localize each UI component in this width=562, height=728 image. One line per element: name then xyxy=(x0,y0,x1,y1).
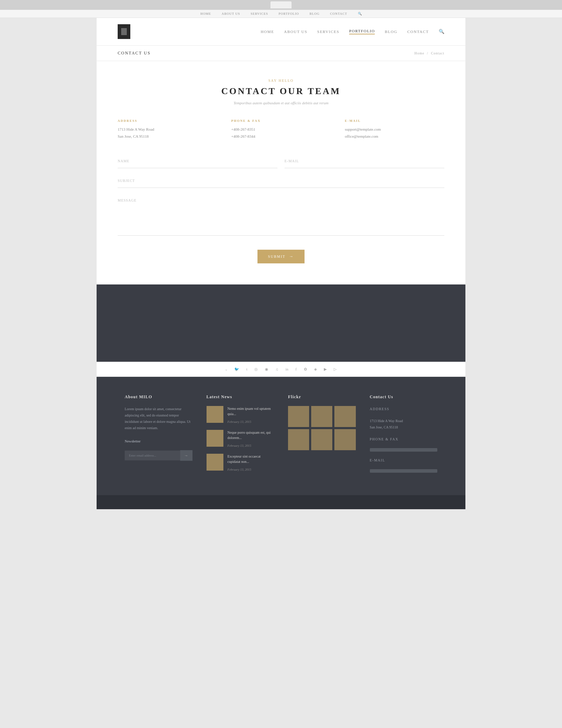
footer-news-title: Latest News xyxy=(207,394,274,400)
logo-inner xyxy=(121,28,127,35)
site-logo[interactable] xyxy=(118,24,130,39)
footer-address-info: 1713 Hide A Way Road San Jose, CA 95118 xyxy=(370,418,438,431)
social-flickr[interactable]: ✿ xyxy=(304,367,307,372)
news-title-1: Nemo enim ipsam vol uptatem quia... xyxy=(228,406,274,417)
contact-section: SAY HELLO CONTACT OUR TEAM Temporibus au… xyxy=(97,61,465,284)
mini-nav-home[interactable]: HOME xyxy=(200,12,211,15)
flickr-thumb-2[interactable] xyxy=(311,406,332,427)
newsletter-input[interactable] xyxy=(125,451,180,460)
phone2: +408-267-8344 xyxy=(231,133,331,140)
flickr-thumb-3[interactable] xyxy=(334,406,355,427)
flickr-thumb-4[interactable] xyxy=(288,429,309,450)
email-input[interactable] xyxy=(285,154,444,168)
top-mini-nav: HOME ABOUT US SERVICES PORTFOLIO BLOG CO… xyxy=(0,10,562,18)
main-container: HOME ABOUT US SERVICES PORTFOLIO BLOG CO… xyxy=(97,18,465,509)
breadcrumb-sep: / xyxy=(427,51,429,55)
contact-subtitle: Temporibus autem quibusdam et aut offici… xyxy=(118,101,444,105)
address-column: ADDRESS 1713 Hide A Way Road San Jose, C… xyxy=(118,119,217,140)
address-line2: San Jose, CA 95118 xyxy=(118,133,217,140)
mini-search-icon[interactable]: 🔍 xyxy=(358,12,362,15)
footer-address-label: ADDRESS xyxy=(370,406,438,412)
submit-label: SUBMIT xyxy=(268,255,286,258)
news-title-2: Neque porro quisquam est, qui dolorem... xyxy=(228,430,274,440)
newsletter-label: Newsletter xyxy=(125,438,192,445)
dark-section: ᵥ 🐦 t ◎ ◉ ♫ in f ✿ ◈ ▶ ▷ About MILO Lore… xyxy=(97,284,465,509)
browser-bar xyxy=(0,0,562,10)
social-soundcloud[interactable]: ♫ xyxy=(275,367,278,371)
mini-nav-portfolio[interactable]: PORTFOLIO xyxy=(279,12,299,15)
nav-services[interactable]: SERVICES xyxy=(317,29,339,34)
nav-portfolio[interactable]: PORTFOLIO xyxy=(349,29,375,34)
flickr-thumb-1[interactable] xyxy=(288,406,309,427)
subject-input[interactable] xyxy=(118,174,444,188)
search-icon[interactable]: 🔍 xyxy=(439,29,444,34)
footer-bottom-bar xyxy=(97,495,465,509)
news-text-2: Neque porro quisquam est, qui dolorem...… xyxy=(228,430,274,448)
message-textarea[interactable] xyxy=(118,194,444,236)
info-columns: ADDRESS 1713 Hide A Way Road San Jose, C… xyxy=(118,119,444,140)
nav-blog[interactable]: BLOG xyxy=(385,29,397,34)
news-thumb-1 xyxy=(207,406,223,423)
social-vimeo[interactable]: ᵥ xyxy=(226,367,227,372)
submit-row: SUBMIT → xyxy=(118,250,444,263)
news-item-1: Nemo enim ipsam vol uptatem quia... Febr… xyxy=(207,406,274,424)
social-pinterest[interactable]: ◉ xyxy=(265,367,268,372)
page-title-bar: CONTACT US Home / Contact xyxy=(97,46,465,61)
main-navigation: HOME ABOUT US SERVICES PORTFOLIO BLOG CO… xyxy=(261,29,444,34)
social-facebook[interactable]: f xyxy=(295,367,297,371)
nav-home[interactable]: HOME xyxy=(261,29,274,34)
news-item-3: Excepteur sint occaecat cupidatat non...… xyxy=(207,454,274,472)
flickr-thumb-5[interactable] xyxy=(311,429,332,450)
footer-about-title: About MILO xyxy=(125,394,192,400)
name-input[interactable] xyxy=(118,154,277,168)
footer-about-col: About MILO Lorem ipsum dolor sit amet, c… xyxy=(125,394,192,478)
address-line1: 1713 Hide A Way Road xyxy=(118,126,217,133)
phone1: +408-267-8351 xyxy=(231,126,331,133)
footer-email-label: E-MAIL xyxy=(370,457,438,464)
flickr-grid xyxy=(288,406,356,450)
email2[interactable]: office@template.com xyxy=(345,133,444,140)
newsletter-section: Newsletter → xyxy=(125,438,192,461)
news-date-3: February 13, 2015 xyxy=(228,468,251,471)
footer-content: About MILO Lorem ipsum dolor sit amet, c… xyxy=(97,377,465,495)
news-item-2: Neque porro quisquam est, qui dolorem...… xyxy=(207,430,274,448)
browser-tab[interactable] xyxy=(270,1,292,8)
social-deviant[interactable]: ◈ xyxy=(314,367,317,372)
email-label: E-MAIL xyxy=(345,119,444,123)
say-hello-label: SAY HELLO xyxy=(118,79,444,83)
nav-about[interactable]: ABOUT US xyxy=(284,29,308,34)
email-column: E-MAIL support@template.com office@templ… xyxy=(345,119,444,140)
breadcrumb-current: Contact xyxy=(431,51,444,55)
contact-form: SUBMIT → xyxy=(118,154,444,263)
mini-nav-about[interactable]: ABOUT US xyxy=(222,12,240,15)
submit-button[interactable]: SUBMIT → xyxy=(257,250,305,263)
news-title-3: Excepteur sint occaecat cupidatat non... xyxy=(228,454,274,464)
map-area xyxy=(97,284,465,362)
footer-phone-label: PHONE & FAX xyxy=(370,436,438,442)
mini-nav-services[interactable]: SERVICES xyxy=(251,12,268,15)
social-linkedin[interactable]: in xyxy=(286,367,289,371)
news-thumb-2 xyxy=(207,430,223,447)
footer-contact-col: Contact Us ADDRESS 1713 Hide A Way Road … xyxy=(370,394,438,478)
social-twitter-bird[interactable]: 🐦 xyxy=(234,367,239,372)
breadcrumb: Home / Contact xyxy=(414,51,444,55)
breadcrumb-home[interactable]: Home xyxy=(414,51,424,55)
flickr-thumb-6[interactable] xyxy=(334,429,355,450)
nav-contact[interactable]: CONTACT xyxy=(407,29,429,34)
mini-nav-blog[interactable]: BLOG xyxy=(309,12,320,15)
news-text-3: Excepteur sint occaecat cupidatat non...… xyxy=(228,454,274,472)
social-tumblr[interactable]: t xyxy=(246,367,247,371)
footer-about-text: Lorem ipsum dolor sit amet, consectetur … xyxy=(125,406,192,431)
social-youtube[interactable]: ▶ xyxy=(324,367,327,372)
mini-nav-contact[interactable]: CONTACT xyxy=(330,12,347,15)
newsletter-submit[interactable]: → xyxy=(180,450,192,461)
email1[interactable]: support@template.com xyxy=(345,126,444,133)
phone-label: PHONE & FAX xyxy=(231,119,331,123)
form-row-name-email xyxy=(118,154,444,168)
social-instagram[interactable]: ◎ xyxy=(254,367,258,372)
phone-column: PHONE & FAX +408-267-8351 +408-267-8344 xyxy=(231,119,331,140)
page-title: CONTACT US xyxy=(118,51,151,56)
news-date-1: February 13, 2015 xyxy=(228,420,251,424)
social-bar: ᵥ 🐦 t ◎ ◉ ♫ in f ✿ ◈ ▶ ▷ xyxy=(97,362,465,377)
social-rss[interactable]: ▷ xyxy=(334,367,336,372)
